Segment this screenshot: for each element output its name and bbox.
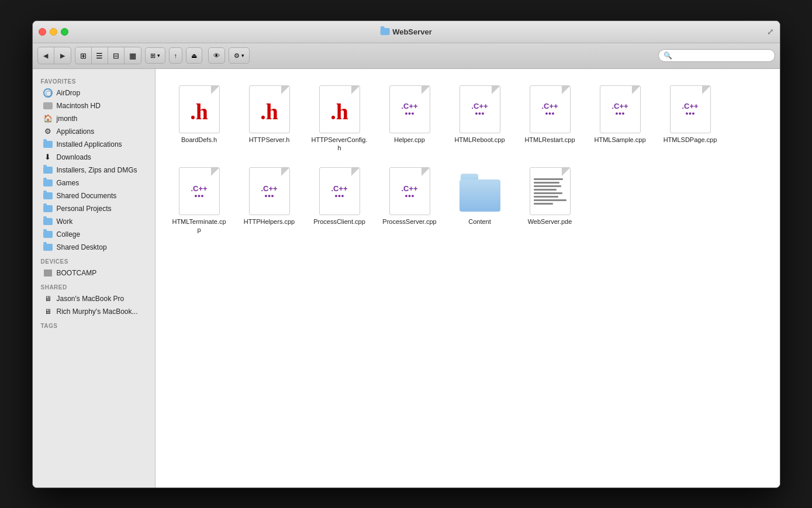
view-toggle-group: ⊞ ☰ ⊟ ▦: [75, 47, 141, 64]
file-name-12: ProcessServer.cpp: [382, 217, 436, 226]
file-item-HTMLTerminate-cpp[interactable]: .C++ ●●● HTMLTerminate.cpp: [167, 163, 231, 239]
sidebar-item-work[interactable]: Work: [35, 215, 153, 228]
preview-button[interactable]: 👁: [208, 47, 225, 64]
file-name-8: HTMLSDPage.cpp: [664, 136, 717, 144]
file-area: .h BoardDefs.h .h HTTPServer.h: [156, 69, 780, 488]
file-grid: .h BoardDefs.h .h HTTPServer.h: [167, 81, 768, 239]
maximize-button[interactable]: [61, 28, 68, 36]
sidebar-item-shared-documents[interactable]: Shared Documents: [35, 189, 153, 202]
tags-section-label: TAGS: [33, 318, 155, 331]
doc-file-icon: [530, 167, 571, 214]
shared-docs-icon: [43, 191, 53, 201]
file-name-6: HTMLRestart.cpp: [524, 136, 575, 144]
bootcamp-icon: [43, 268, 53, 278]
file-name-11: ProcessClient.cpp: [313, 217, 365, 226]
share-button[interactable]: ↑: [169, 47, 183, 64]
sidebar-item-airdrop[interactable]: AirDrop: [35, 87, 153, 99]
sidebar-item-installed-applications[interactable]: Installed Applications: [35, 138, 153, 151]
minimize-button[interactable]: [50, 28, 57, 36]
sidebar-item-installers[interactable]: Installers, Zips and DMGs: [35, 164, 153, 177]
file-item-ProcessServer-cpp[interactable]: .C++ ●●● ProcessServer.cpp: [378, 163, 442, 239]
folder-file-icon: [459, 167, 500, 214]
file-item-HTMLRestart-cpp[interactable]: .C++ ●●● HTMLRestart.cpp: [518, 81, 582, 157]
list-view-button[interactable]: ☰: [92, 47, 108, 64]
file-name: BoardDefs.h: [181, 136, 217, 144]
sidebar-item-jason-macbook[interactable]: 🖥 Jason's MacBook Pro: [35, 292, 153, 305]
sidebar-item-bootcamp[interactable]: BOOTCAMP: [35, 267, 153, 279]
sidebar-item-games[interactable]: Games: [35, 177, 153, 189]
main-content: FAVORITES AirDrop Macintosh HD 🏠 jmonth: [33, 69, 780, 488]
cpp-file-icon-6: .C++ ●●●: [179, 167, 220, 214]
sidebar-item-jmonth[interactable]: 🏠 jmonth: [35, 112, 153, 125]
work-icon: [43, 217, 53, 226]
sidebar: FAVORITES AirDrop Macintosh HD 🏠 jmonth: [33, 69, 156, 488]
hd-icon: [43, 101, 53, 110]
cpp-file-icon-5: .C++ ●●●: [670, 85, 711, 132]
sidebar-item-macintosh-hd[interactable]: Macintosh HD: [35, 99, 153, 112]
file-name-3: HTTPServerConfig.h: [312, 136, 368, 153]
file-item-HTMLSDPage-cpp[interactable]: .C++ ●●● HTMLSDPage.cpp: [658, 81, 723, 157]
file-name-13: Content: [468, 217, 491, 226]
downloads-icon: ⬇: [43, 153, 53, 162]
file-item-HTTPHelpers-cpp[interactable]: .C++ ●●● HTTPHelpers.cpp: [237, 163, 302, 239]
file-item-ProcessClient-cpp[interactable]: .C++ ●●● ProcessClient.cpp: [307, 163, 372, 239]
file-name-14: WebServer.pde: [528, 217, 572, 226]
file-name-5: HTMLReboot.cpp: [454, 136, 505, 144]
file-item-BoardDefs-h[interactable]: .h BoardDefs.h: [167, 81, 231, 157]
view-options-dropdown[interactable]: ⊞▾: [145, 47, 165, 64]
forward-button[interactable]: ▶: [54, 47, 71, 64]
file-item-HTMLSample-cpp[interactable]: .C++ ●●● HTMLSample.cpp: [588, 81, 652, 157]
file-item-WebServer-pde[interactable]: WebServer.pde: [518, 163, 582, 239]
toolbar: ◀ ▶ ⊞ ☰ ⊟ ▦ ⊞▾ ↑ ⏏ 👁 ⚙▾ 🔍: [33, 43, 780, 69]
file-name-9: HTMLTerminate.cpp: [172, 217, 226, 234]
cpp-file-icon-4: .C++ ●●●: [600, 85, 641, 132]
file-item-HTTPServerConfig-h[interactable]: .h HTTPServerConfig.h: [307, 81, 372, 157]
back-button[interactable]: ◀: [38, 47, 54, 64]
cpp-file-icon-8: .C++ ●●●: [319, 167, 360, 214]
nav-buttons: ◀ ▶: [37, 47, 71, 64]
title-folder-icon: [380, 28, 389, 35]
sidebar-item-rich-macbook[interactable]: 🖥 Rich Murphy's MacBook...: [35, 305, 153, 318]
action-dropdown[interactable]: ⚙▾: [229, 47, 250, 64]
column-view-button[interactable]: ⊟: [108, 47, 125, 64]
sidebar-item-personal-projects[interactable]: Personal Projects: [35, 202, 153, 215]
search-input[interactable]: [675, 51, 770, 60]
close-button[interactable]: [39, 28, 46, 36]
favorites-section-label: FAVORITES: [33, 74, 155, 87]
airdrop-icon: [43, 88, 53, 98]
file-name-10: HTTPHelpers.cpp: [244, 217, 295, 226]
sidebar-item-downloads[interactable]: ⬇ Downloads: [35, 151, 153, 164]
cpp-file-icon-2: .C++ ●●●: [459, 85, 500, 132]
network-icon-jason: 🖥: [43, 294, 53, 303]
eject-button[interactable]: ⏏: [186, 47, 202, 64]
file-item-HTTPServer-h[interactable]: .h HTTPServer.h: [237, 81, 302, 157]
sidebar-item-shared-desktop[interactable]: Shared Desktop: [35, 241, 153, 254]
network-icon-rich: 🖥: [43, 307, 53, 316]
college-icon: [43, 230, 53, 239]
file-name-4: Helper.cpp: [394, 136, 425, 144]
home-icon: 🏠: [43, 114, 53, 123]
cover-flow-button[interactable]: ▦: [125, 47, 141, 64]
search-bar[interactable]: 🔍: [658, 49, 775, 62]
file-name-2: HTTPServer.h: [249, 136, 290, 144]
sidebar-item-applications[interactable]: ⚙ Applications: [35, 125, 153, 138]
installed-apps-icon: [43, 140, 53, 149]
installers-icon: [43, 165, 53, 175]
search-icon: 🔍: [664, 51, 672, 60]
window-title: WebServer: [380, 27, 432, 36]
file-item-Helper-cpp[interactable]: .C++ ●●● Helper.cpp: [378, 81, 442, 157]
devices-section-label: DEVICES: [33, 254, 155, 267]
file-name-7: HTMLSample.cpp: [594, 136, 645, 144]
file-item-HTMLReboot-cpp[interactable]: .C++ ●●● HTMLReboot.cpp: [448, 81, 512, 157]
h-file-icon: .h: [179, 85, 220, 132]
shared-desktop-icon: [43, 243, 53, 252]
resize-icon[interactable]: ⤢: [767, 27, 774, 36]
sidebar-item-college[interactable]: College: [35, 228, 153, 241]
cpp-file-icon-9: .C++ ●●●: [389, 167, 430, 214]
games-icon: [43, 178, 53, 188]
icon-view-button[interactable]: ⊞: [75, 47, 92, 64]
cpp-file-icon-3: .C++ ●●●: [530, 85, 571, 132]
apps-icon: ⚙: [43, 127, 53, 136]
finder-window: WebServer ⤢ ◀ ▶ ⊞ ☰ ⊟ ▦ ⊞▾ ↑ ⏏ 👁 ⚙▾: [32, 20, 780, 488]
file-item-Content[interactable]: Content: [448, 163, 512, 239]
